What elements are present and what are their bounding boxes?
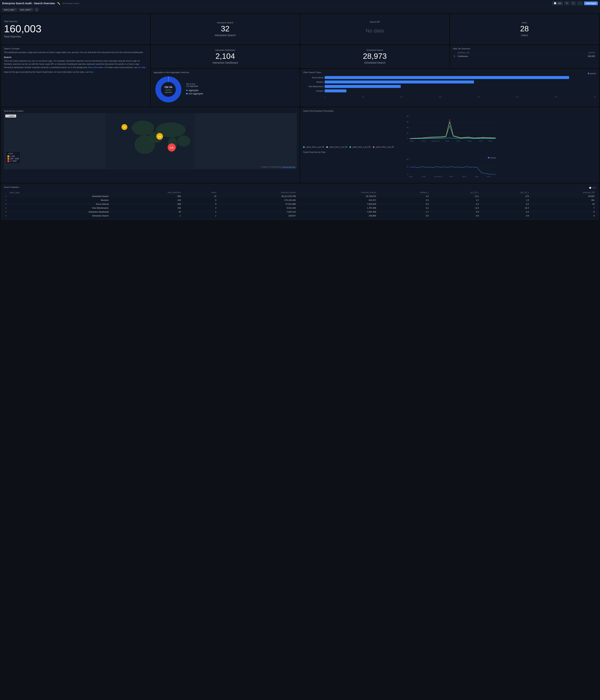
svg-text:09:00: 09:00 bbox=[468, 140, 472, 142]
user-name-filter[interactable]: user_name * bbox=[19, 8, 33, 11]
pct99-line bbox=[410, 119, 496, 139]
add-filter-button[interactable]: + bbox=[35, 8, 38, 11]
edit-icon[interactable]: ✏️ bbox=[56, 1, 61, 5]
map-legend-row-3: >= 4197 bbox=[7, 160, 19, 162]
total-searches-cell: 1 bbox=[110, 214, 182, 218]
bar-track bbox=[325, 85, 596, 88]
svg-text:40: 40 bbox=[407, 126, 409, 128]
svg-text:80: 80 bbox=[407, 115, 409, 117]
failed-chart-area: Monitors 40 20 0 18:30 22:00 bbox=[303, 154, 596, 180]
query-type-filter[interactable]: query_type * bbox=[2, 8, 17, 11]
svg-text:18:00: 18:00 bbox=[410, 140, 414, 142]
filter-bar: query_type * user_name * + bbox=[0, 7, 600, 13]
svg-text:05:00: 05:00 bbox=[449, 176, 453, 177]
map-svg: 72 126 4.2k bbox=[4, 113, 297, 169]
legend-label-2: 126 - 4196 bbox=[10, 158, 19, 160]
users-cell: 15 bbox=[182, 194, 218, 198]
query-type-cell: Sumo Internal bbox=[8, 202, 110, 206]
search-section-heading: Search bbox=[4, 56, 147, 58]
col-scanned-gb: scanned_GB bbox=[530, 191, 596, 194]
col-pct90: pct_90_s bbox=[430, 191, 480, 194]
col-scanned-events: scanned_events bbox=[218, 191, 297, 194]
svg-text:18:30: 18:30 bbox=[409, 176, 413, 177]
improve-map-link[interactable]: Improve this map bbox=[283, 166, 295, 168]
interactive-dashboard-value: 2,104 bbox=[215, 52, 235, 60]
total-searches-cell: 156 bbox=[110, 206, 182, 210]
pct90-cell: 0.9 bbox=[430, 214, 480, 218]
aggregate-legend: aggregate non-aggregate bbox=[186, 89, 203, 95]
search-concepts-panel: Search Concepts This dashboard provides … bbox=[1, 46, 150, 106]
donut-chart-area: 159.74k (99.8%) aggregate 264 (0.2%)non-… bbox=[154, 75, 297, 104]
failed-chart-svg: Monitors 40 20 0 18:30 22:00 bbox=[303, 156, 596, 180]
svg-text:126: 126 bbox=[158, 135, 161, 138]
users-cell: 9 bbox=[182, 202, 218, 206]
stats-title: Search Statistics bbox=[4, 186, 19, 188]
search-concepts-description: This dashboard provides a high-level ove… bbox=[4, 51, 147, 54]
pct90-cell: 12.1 bbox=[430, 194, 480, 198]
bar-fill bbox=[325, 85, 401, 88]
our-help-link[interactable]: our help. bbox=[138, 66, 146, 69]
here-link[interactable]: here bbox=[89, 71, 94, 73]
scanned-events-cell: 57,921,866 bbox=[218, 202, 297, 206]
bar-track bbox=[325, 76, 596, 79]
time-range-label: -24h bbox=[557, 2, 561, 4]
map-legend-row-1: < 126 bbox=[7, 155, 19, 157]
other-search-legend: queries bbox=[588, 73, 596, 75]
header: Enterprise Search Audit - Search Overvie… bbox=[0, 0, 600, 7]
scanned-gb-cell: 80,587 bbox=[530, 194, 596, 198]
median-cell: 0.9 bbox=[377, 214, 430, 218]
col-query-type: query_type bbox=[8, 191, 110, 194]
data-tier-queries-header: queries bbox=[540, 51, 596, 54]
refresh-button[interactable]: ↻ bbox=[565, 1, 569, 5]
row-num: 1 bbox=[453, 54, 456, 58]
legend-label: non-aggregate bbox=[188, 92, 203, 95]
search-runtime-title: Search RunTime(sec) Percentiles bbox=[303, 110, 596, 112]
bar-row: Compare bbox=[303, 90, 596, 92]
bar-fill bbox=[325, 76, 569, 79]
stats-time: 🕐 -15m bbox=[589, 187, 596, 189]
add-panel-button[interactable]: Add Panel bbox=[584, 1, 598, 5]
pct90-label: _query_time_s_pct_90 bbox=[329, 146, 347, 148]
svg-text:08:30: 08:30 bbox=[462, 176, 466, 177]
svg-text:00:00 Dec 21: 00:00 Dec 21 bbox=[432, 140, 440, 142]
other-search-types-panel: Other Search Types queries Sumo Internal… bbox=[301, 69, 599, 106]
more-info-link[interactable]: More information. bbox=[88, 66, 104, 69]
more-options-button[interactable]: ⋯ bbox=[577, 1, 582, 5]
bar-chart: Sumo Internal Monitors View Maintenance … bbox=[303, 75, 596, 95]
queries-legend: queries bbox=[588, 73, 596, 75]
svg-text:06:00: 06:00 bbox=[457, 140, 461, 142]
pct90-line bbox=[410, 122, 496, 139]
svg-text:15:00: 15:00 bbox=[489, 140, 493, 142]
page-title: Enterprise Search Audit - Search Overvie… bbox=[2, 2, 55, 5]
other-search-title: Other Search Types bbox=[303, 71, 321, 73]
search-api-title: Search API bbox=[370, 21, 380, 23]
svg-text:22:00: 22:00 bbox=[422, 176, 426, 177]
stats-table: query_type total_searches users scanned_… bbox=[4, 191, 596, 218]
search-api-no-data: No data bbox=[366, 24, 384, 38]
pct90-cell: 4.9 bbox=[430, 210, 480, 214]
svg-text:159.74k: 159.74k bbox=[164, 86, 173, 89]
table-row: 5 Interactive Dashboard 44 1 7,034,142 7… bbox=[4, 210, 596, 214]
pct99-cell: 5.2 bbox=[480, 202, 530, 206]
row-num: 1 bbox=[4, 194, 8, 198]
bar-label: Compare bbox=[303, 90, 323, 92]
scanned-events-cell: 159,827 bbox=[218, 214, 297, 218]
axis-label: 40k bbox=[477, 96, 480, 98]
pct95-legend: _query_time_s_pct_95 bbox=[349, 146, 370, 148]
time-range-button[interactable]: 🕐 -24h bbox=[552, 1, 563, 5]
col-total-searches: total_searches bbox=[110, 191, 182, 194]
runtime-chart-area: 80 60 40 20 0 bbox=[303, 113, 596, 148]
failed-searches-title: Failed Searches by Type bbox=[303, 151, 596, 153]
legend-label-3: >= 4197 bbox=[10, 160, 17, 162]
pct50-dot bbox=[303, 146, 305, 148]
header-left: Enterprise Search Audit - Search Overvie… bbox=[2, 1, 79, 5]
bar-track bbox=[325, 80, 596, 83]
pct90-cell: 11.9 bbox=[430, 206, 480, 210]
data-tier-table: analytics_tier queries 1 Continuous 160,… bbox=[453, 51, 596, 58]
filter-button[interactable]: ▽ bbox=[571, 1, 576, 5]
pct90-dot bbox=[326, 146, 328, 148]
svg-text:03:00: 03:00 bbox=[446, 140, 449, 142]
query-type-cell: Scheduled Search bbox=[8, 194, 110, 198]
total-searches-panel: Total Searches 160,003 Total Searches bbox=[1, 14, 150, 44]
median-cell: 2.2 bbox=[377, 194, 430, 198]
